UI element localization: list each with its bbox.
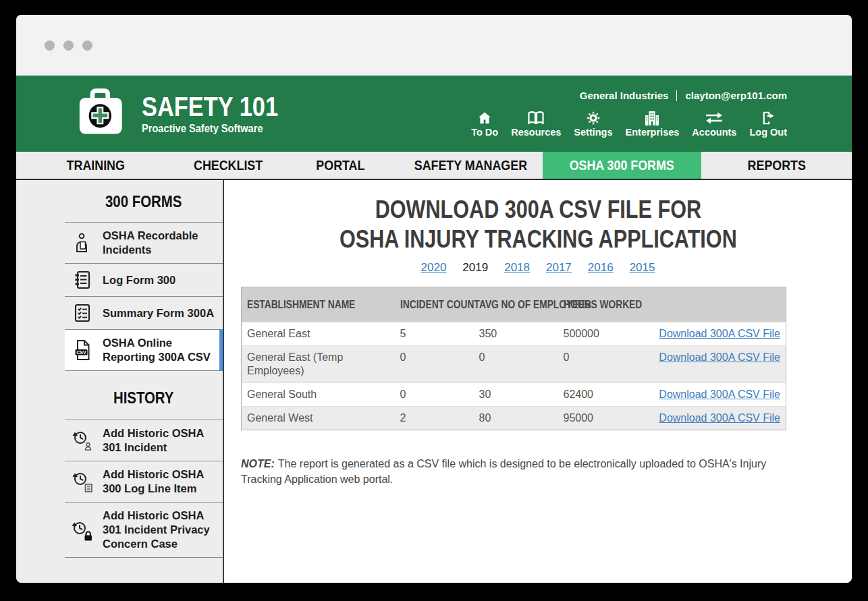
sidebar-item-label: Add Historic OSHA 301 Incident: [103, 426, 219, 455]
logout-icon: [761, 111, 776, 125]
header-right: General Industries clayton@erp101.com To…: [471, 90, 787, 138]
year-current-2019: 2019: [462, 261, 488, 275]
history-person-icon: [69, 430, 96, 451]
forms-menu-section: OSHA Recordable Incidents Log Form 300: [65, 222, 223, 371]
year-link-2020[interactable]: 2020: [421, 261, 447, 275]
app-header: SAFETY 101 Proactive Safety Software Gen…: [16, 76, 852, 152]
account-line: General Industries clayton@erp101.com: [580, 90, 787, 101]
browser-window: SAFETY 101 Proactive Safety Software Gen…: [16, 15, 852, 583]
gear-icon: [586, 111, 601, 125]
note: NOTE:The report is generated as a CSV fi…: [241, 456, 774, 487]
tab-portal[interactable]: PORTAL: [282, 152, 398, 179]
tab-safety-manager[interactable]: SAFETY MANAGER: [398, 152, 543, 179]
person-report-icon: [69, 232, 96, 254]
csv-file-icon: CSV: [69, 339, 96, 361]
year-link-2015[interactable]: 2015: [630, 261, 655, 275]
sidebar-item-label: Summary Form 300A: [103, 306, 214, 320]
avg-employees: 80: [474, 407, 558, 430]
window-control-dot[interactable]: [63, 40, 74, 51]
table-header-row: ESTABLISHMENT NAME INCIDENT COUNT AVG NO…: [242, 287, 786, 322]
window-control-dot[interactable]: [82, 40, 92, 51]
avg-employees: 0: [474, 346, 558, 383]
sidebar-item-label: Add Historic OSHA 300 Log Line Item: [103, 467, 219, 496]
table-row: General East (Temp Employees) 0 0 0 Down…: [242, 346, 786, 383]
sidebar-item-add-historic-osha-301-incident[interactable]: Add Historic OSHA 301 Incident: [65, 420, 223, 461]
year-link-2017[interactable]: 2017: [546, 261, 572, 275]
sidebar-heading-300-forms: 300 FORMS: [65, 180, 223, 222]
user-email: clayton@erp101.com: [685, 90, 787, 101]
divider: [676, 90, 677, 101]
download-300a-csv-link[interactable]: Download 300A CSV File: [659, 351, 780, 363]
nav-label: Log Out: [749, 127, 787, 138]
brand: SAFETY 101 Proactive Safety Software: [77, 88, 300, 140]
tab-reports[interactable]: REPORTS: [701, 152, 852, 179]
avg-employees: 350: [474, 322, 558, 346]
hours-worked: 62400: [558, 383, 649, 407]
establishment-name: General East (Temp Employees): [242, 346, 395, 383]
nav-item-resources[interactable]: Resources: [511, 111, 561, 138]
col-download: [649, 287, 786, 322]
screen: SAFETY 101 Proactive Safety Software Gen…: [0, 0, 868, 601]
incident-count: 0: [395, 346, 474, 383]
book-icon: [527, 111, 545, 125]
building-icon: [644, 111, 660, 125]
table-row: General East 5 350 500000 Download 300A …: [242, 322, 786, 346]
log-book-icon: [69, 270, 96, 290]
history-log-icon: [69, 471, 96, 492]
sidebar-item-label: OSHA Online Reporting 300A CSV: [103, 336, 215, 364]
tab-training[interactable]: TRAINING: [16, 152, 175, 179]
sidebar: 300 FORMS OSHA Recordable Incidents: [16, 180, 224, 583]
sidebar-item-log-form-300[interactable]: Log Form 300: [65, 263, 223, 296]
window-control-dot[interactable]: [45, 40, 55, 51]
tab-osha-300-forms[interactable]: OSHA 300 FORMS: [543, 152, 701, 179]
sidebar-item-label: OSHA Recordable Incidents: [103, 229, 219, 257]
table-row: General West 2 80 95000 Download 300A CS…: [242, 407, 786, 430]
brand-text: SAFETY 101 Proactive Safety Software: [142, 92, 300, 136]
hours-worked: 500000: [558, 322, 649, 346]
establishment-name: General East: [242, 322, 395, 346]
note-text: The report is generated as a CSV file wh…: [241, 458, 766, 485]
checklist-icon: [69, 303, 96, 323]
sidebar-item-osha-recordable-incidents[interactable]: OSHA Recordable Incidents: [65, 222, 223, 263]
download-300a-csv-link[interactable]: Download 300A CSV File: [659, 412, 780, 424]
establishment-name: General South: [242, 383, 395, 407]
sidebar-item-summary-form-300a[interactable]: Summary Form 300A: [65, 296, 223, 329]
svg-text:CSV: CSV: [76, 350, 86, 355]
nav-item-todo[interactable]: To Do: [471, 111, 498, 138]
window-titlebar: [16, 15, 852, 76]
year-link-2016[interactable]: 2016: [588, 261, 614, 275]
col-avg-no-of-employees: AVG NO OF EMPLOYEES: [474, 287, 558, 322]
nav-label: Accounts: [692, 127, 736, 138]
home-icon: [477, 111, 492, 125]
nav-item-enterprises[interactable]: Enterprises: [626, 111, 680, 138]
note-label: NOTE:: [241, 458, 275, 469]
hours-worked: 95000: [558, 407, 649, 430]
establishments-table: ESTABLISHMENT NAME INCIDENT COUNT AVG NO…: [241, 287, 786, 430]
history-lock-icon: [69, 519, 96, 541]
sidebar-item-label: Add Historic OSHA 301 Incident Privacy C…: [103, 509, 219, 551]
nav-label: Enterprises: [626, 127, 680, 138]
content-area: 300 FORMS OSHA Recordable Incidents: [16, 180, 852, 583]
nav-label: Resources: [511, 127, 561, 138]
tab-checklist[interactable]: CHECKLIST: [175, 152, 282, 179]
download-300a-csv-link[interactable]: Download 300A CSV File: [659, 328, 780, 339]
sidebar-item-add-historic-osha-301-incident-privacy-concern-case[interactable]: Add Historic OSHA 301 Incident Privacy C…: [65, 502, 223, 557]
brand-subtitle: Proactive Safety Software: [142, 122, 263, 136]
avg-employees: 30: [474, 383, 558, 407]
year-link-2018[interactable]: 2018: [504, 261, 530, 275]
sidebar-item-label: Log Form 300: [103, 273, 175, 287]
col-incident-count: INCIDENT COUNT: [395, 287, 474, 322]
table-row: General South 0 30 62400 Download 300A C…: [242, 383, 786, 407]
download-300a-csv-link[interactable]: Download 300A CSV File: [659, 389, 780, 400]
sidebar-item-add-historic-osha-300-log-line-item[interactable]: Add Historic OSHA 300 Log Line Item: [65, 461, 223, 502]
nav-item-logout[interactable]: Log Out: [749, 111, 787, 138]
nav-item-settings[interactable]: Settings: [574, 111, 612, 138]
sidebar-item-osha-online-reporting-300a-csv[interactable]: CSV OSHA Online Reporting 300A CSV: [65, 329, 223, 370]
window-controls[interactable]: [45, 40, 92, 51]
page-title: DOWNLOAD 300A CSV FILE FOR OSHA INJURY T…: [224, 195, 852, 254]
year-selector: 2020 2019 2018 2017 2016 2015: [224, 261, 852, 275]
hours-worked: 0: [558, 346, 649, 383]
main-tab-bar: TRAINING CHECKLIST PORTAL SAFETY MANAGER…: [16, 152, 852, 180]
nav-item-accounts[interactable]: Accounts: [692, 111, 736, 138]
history-menu-section: Add Historic OSHA 301 Incident: [65, 420, 223, 558]
